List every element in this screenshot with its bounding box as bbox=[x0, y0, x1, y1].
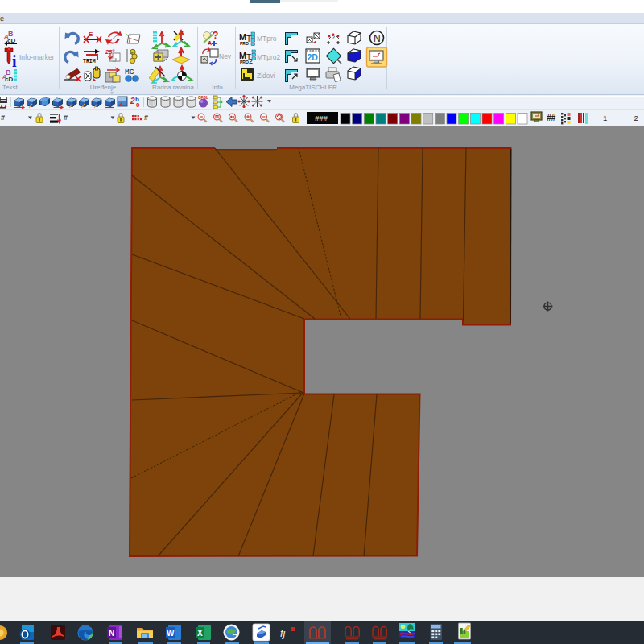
svg-text:W: W bbox=[167, 629, 175, 638]
svg-text:2: 2 bbox=[130, 97, 135, 105]
svg-text:###: ### bbox=[315, 114, 328, 122]
svg-text:N: N bbox=[109, 629, 114, 638]
svg-text:1: 1 bbox=[603, 114, 607, 122]
svg-text:fj: fj bbox=[280, 627, 287, 639]
svg-text:#: # bbox=[1, 114, 5, 122]
svg-text:2: 2 bbox=[634, 114, 638, 122]
svg-text:##: ## bbox=[547, 114, 556, 122]
svg-text:X: X bbox=[197, 629, 203, 638]
svg-text:#: # bbox=[64, 114, 68, 122]
svg-text:0: 0 bbox=[136, 101, 140, 109]
svg-text:#: # bbox=[144, 114, 148, 122]
